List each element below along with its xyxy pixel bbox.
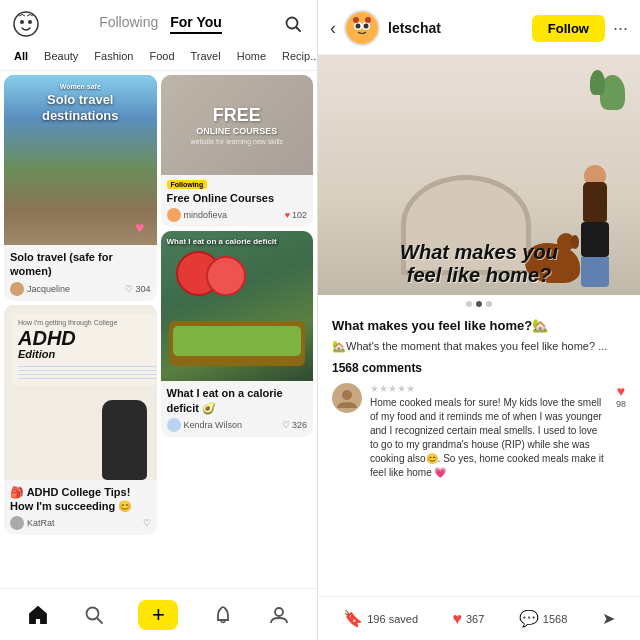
- more-options-button[interactable]: ···: [613, 18, 628, 39]
- comment-avatar: [332, 383, 362, 413]
- comments-count-label: 1568 comments: [332, 361, 626, 375]
- like-action[interactable]: ♥ 367: [452, 610, 484, 628]
- svg-point-2: [28, 20, 32, 24]
- plant-decoration-2: [590, 70, 605, 95]
- like-count: ♡ 326: [282, 420, 307, 430]
- image-dots: [318, 295, 640, 311]
- search-button[interactable]: [281, 12, 305, 36]
- save-action[interactable]: 🔖 196 saved: [343, 609, 418, 628]
- svg-line-4: [296, 28, 300, 32]
- comment-action[interactable]: 💬 1568: [519, 609, 567, 628]
- list-item[interactable]: Women safe Solo travel destinations ♥ So…: [4, 75, 157, 301]
- post-image: What makes you feel like home?: [318, 55, 640, 295]
- following-tab[interactable]: Following: [99, 14, 158, 34]
- svg-point-3: [286, 18, 297, 29]
- home-button[interactable]: [27, 604, 49, 626]
- svg-point-12: [356, 24, 361, 29]
- svg-point-15: [365, 17, 371, 23]
- adhd-subtitle: How I'm getting through College: [18, 319, 157, 326]
- post-overlay-text: What makes you feel like home?: [318, 241, 640, 287]
- card-body: Solo travel (safe for women) Jacqueline …: [4, 245, 157, 301]
- list-item[interactable]: FREE ONLINE COURSES website for learning…: [161, 75, 314, 227]
- share-action[interactable]: ➤: [602, 609, 615, 628]
- dot-1: [466, 301, 472, 307]
- author-avatar: [10, 282, 24, 296]
- author-avatar: [167, 208, 181, 222]
- detail-header: ‹ letschat Follow ···: [318, 0, 640, 55]
- card-sub: Kendra Wilson ♡ 326: [167, 418, 308, 432]
- svg-point-17: [342, 390, 352, 400]
- post-footer: 🔖 196 saved ♥ 367 💬 1568 ➤: [318, 596, 640, 640]
- save-count: 196 saved: [367, 613, 418, 625]
- cat-fashion[interactable]: Fashion: [90, 48, 137, 64]
- comment-heart-button[interactable]: ♥: [617, 383, 625, 399]
- author-avatar: [167, 418, 181, 432]
- comment-stars: ★★★★★: [370, 383, 608, 394]
- list-item[interactable]: How I'm getting through College ADHD Edi…: [4, 305, 157, 536]
- follow-button[interactable]: Follow: [532, 15, 605, 42]
- comment-count: 1568: [543, 613, 567, 625]
- post-detail-body: What makes you feel like home?🏡 🏡What's …: [318, 311, 640, 596]
- like-icon: ♥: [452, 610, 462, 628]
- author-name: mindofieva: [184, 210, 228, 220]
- food-overlay-text: What I eat on a calorie deficit: [167, 237, 308, 247]
- cat-beauty[interactable]: Beauty: [40, 48, 82, 64]
- post-description: 🏡What's the moment that makes you feel l…: [332, 339, 626, 354]
- cat-travel[interactable]: Travel: [187, 48, 225, 64]
- overlay-line2: feel like home?: [326, 264, 632, 287]
- feed-col-2: FREE ONLINE COURSES website for learning…: [161, 75, 314, 584]
- feed-grid: Women safe Solo travel destinations ♥ So…: [0, 71, 317, 588]
- heart-decoration: ♥: [135, 219, 145, 237]
- subtitle-label: website for learning new skills: [190, 138, 283, 145]
- share-icon: ➤: [602, 609, 615, 628]
- card-author: mindofieva: [167, 208, 228, 222]
- cat-all[interactable]: All: [10, 48, 32, 64]
- face-icon: [12, 10, 40, 38]
- top-nav: Following For You: [0, 0, 317, 44]
- for-you-tab[interactable]: For You: [170, 14, 222, 34]
- right-panel: ‹ letschat Follow ···: [318, 0, 640, 640]
- nav-tabs: Following For You: [99, 14, 222, 34]
- comment-item: ★★★★★ Home cooked meals for sure! My kid…: [332, 383, 626, 480]
- dot-2: [476, 301, 482, 307]
- svg-point-9: [349, 15, 375, 41]
- search-nav-button[interactable]: [83, 604, 105, 626]
- cat-food[interactable]: Food: [145, 48, 178, 64]
- like-number: 326: [292, 420, 307, 430]
- author-name: Kendra Wilson: [184, 420, 243, 430]
- post-title: What makes you feel like home?🏡: [332, 317, 626, 335]
- save-icon: 🔖: [343, 609, 363, 628]
- profile-button[interactable]: [268, 604, 290, 626]
- heart-icon: ♡: [125, 284, 133, 294]
- card-title: Solo travel (safe for women): [10, 250, 151, 279]
- svg-point-0: [14, 12, 38, 36]
- heart-icon: ♡: [282, 420, 290, 430]
- svg-line-6: [97, 618, 102, 623]
- adhd-edition: Edition: [18, 348, 157, 360]
- author-avatar: [10, 516, 24, 530]
- cat-home[interactable]: Home: [233, 48, 270, 64]
- cat-recipes[interactable]: Recip...: [278, 48, 317, 64]
- add-button[interactable]: +: [138, 600, 178, 630]
- card-sub: Jacqueline ♡ 304: [10, 282, 151, 296]
- feed-col-1: Women safe Solo travel destinations ♥ So…: [4, 75, 157, 584]
- card-author: KatRat: [10, 516, 55, 530]
- online-label: ONLINE COURSES: [190, 126, 283, 136]
- free-label: FREE: [190, 105, 283, 126]
- room-background: What makes you feel like home?: [318, 55, 640, 295]
- svg-point-14: [353, 17, 359, 23]
- svg-point-1: [20, 20, 24, 24]
- travel-title: Solo travel destinations: [4, 92, 157, 123]
- notifications-button[interactable]: [212, 604, 234, 626]
- list-item[interactable]: What I eat on a calorie deficit What I e…: [161, 231, 314, 437]
- like-number: 304: [135, 284, 150, 294]
- profile-avatar: [344, 10, 380, 46]
- like-count: ♡: [143, 518, 151, 528]
- back-button[interactable]: ‹: [330, 18, 336, 39]
- like-count: 367: [466, 613, 484, 625]
- girl-silhouette: [102, 400, 147, 480]
- like-number: 102: [292, 210, 307, 220]
- card-body: 🎒 ADHD College Tips! How I'm succeeding …: [4, 480, 157, 536]
- like-count: ♡ 304: [125, 284, 150, 294]
- bottom-nav: +: [0, 588, 317, 640]
